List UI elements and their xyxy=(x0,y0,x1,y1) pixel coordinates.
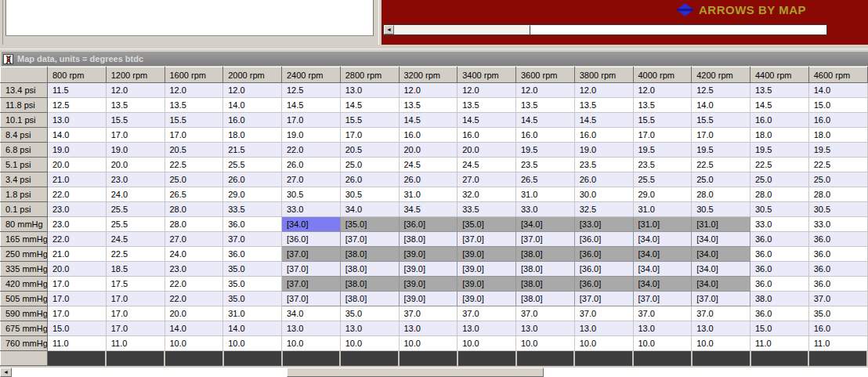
cell[interactable]: 14.0 xyxy=(223,321,282,336)
cell[interactable]: 10.0 xyxy=(633,336,692,351)
cell[interactable]: 25.5 xyxy=(223,158,282,172)
cell[interactable]: [36.0] xyxy=(282,232,341,247)
cell[interactable]: 13.0 xyxy=(48,113,107,128)
cell[interactable]: [34.0] xyxy=(633,262,692,277)
cell[interactable]: 35.0 xyxy=(340,306,399,321)
cell[interactable]: [39.0] xyxy=(458,292,516,306)
cell[interactable]: [38.0] xyxy=(516,247,575,262)
scrollbar-thumb[interactable] xyxy=(394,25,530,34)
cell[interactable]: 28.0 xyxy=(750,187,809,202)
cell[interactable]: 17.0 xyxy=(48,277,107,292)
top-horizontal-scrollbar[interactable]: ◄ xyxy=(383,24,827,35)
cell[interactable]: 31.0 xyxy=(516,187,575,202)
cell[interactable]: 14.5 xyxy=(516,113,575,128)
cell[interactable]: 13.0 xyxy=(399,321,458,336)
cell[interactable]: [38.0] xyxy=(340,247,399,262)
cell[interactable]: 22.0 xyxy=(165,292,223,306)
cell[interactable]: [39.0] xyxy=(399,262,458,277)
cell[interactable]: 17.5 xyxy=(106,277,165,292)
cell[interactable]: [37.0] xyxy=(282,247,341,262)
cell[interactable]: 18.0 xyxy=(808,128,867,143)
cell[interactable]: 10.0 xyxy=(165,336,223,351)
cell[interactable]: 13.0 xyxy=(458,321,516,336)
cell[interactable]: 19.5 xyxy=(692,143,750,158)
cell[interactable]: [36.0] xyxy=(574,232,633,247)
cell[interactable]: 16.0 xyxy=(574,128,633,143)
selected-cell[interactable]: [34.0] xyxy=(282,217,341,232)
cell[interactable]: 20.0 xyxy=(48,262,107,277)
cell[interactable]: 37.0 xyxy=(458,306,516,321)
cell[interactable]: 25.0 xyxy=(750,172,809,187)
cell[interactable]: [34.0] xyxy=(692,247,750,262)
cell[interactable]: 15.5 xyxy=(106,113,165,128)
cell[interactable]: 36.0 xyxy=(750,277,809,292)
cell[interactable]: 27.0 xyxy=(165,232,223,247)
cell[interactable]: [39.0] xyxy=(399,277,458,292)
cell[interactable]: 15.0 xyxy=(808,98,867,113)
cell[interactable]: 26.0 xyxy=(223,172,282,187)
cell[interactable]: 13.5 xyxy=(106,98,165,113)
cell[interactable]: 14.5 xyxy=(399,113,458,128)
cell[interactable]: 16.0 xyxy=(808,113,867,128)
cell[interactable]: 37.0 xyxy=(808,292,867,306)
cell[interactable]: 36.0 xyxy=(808,262,867,277)
cell[interactable]: 12.0 xyxy=(106,83,165,98)
cell[interactable]: 30.5 xyxy=(282,187,341,202)
cell[interactable]: 37.0 xyxy=(692,306,750,321)
cell[interactable]: 37.0 xyxy=(223,232,282,247)
cell[interactable]: 10.0 xyxy=(692,336,750,351)
cell[interactable]: 11.0 xyxy=(750,336,809,351)
cell[interactable]: 19.5 xyxy=(808,143,867,158)
cell[interactable]: 17.0 xyxy=(692,128,750,143)
cell[interactable]: 24.5 xyxy=(399,158,458,172)
cell[interactable]: 20.0 xyxy=(458,143,516,158)
cell[interactable]: [36.0] xyxy=(574,247,633,262)
cell[interactable]: 26.5 xyxy=(165,187,223,202)
cell[interactable]: 35.0 xyxy=(223,262,282,277)
cell[interactable]: 26.0 xyxy=(574,172,633,187)
cell[interactable]: 14.5 xyxy=(750,98,809,113)
cell[interactable]: 17.0 xyxy=(106,321,165,336)
cell[interactable]: 24.5 xyxy=(106,232,165,247)
cell[interactable]: 10.0 xyxy=(516,336,575,351)
cell[interactable]: [34.0] xyxy=(633,232,692,247)
cell[interactable]: 11.0 xyxy=(106,336,165,351)
cell[interactable]: 15.5 xyxy=(692,113,750,128)
cell[interactable]: 31.0 xyxy=(223,306,282,321)
cell[interactable]: [36.0] xyxy=(574,277,633,292)
cell[interactable]: 37.0 xyxy=(633,306,692,321)
cell[interactable]: [34.0] xyxy=(692,277,750,292)
cell[interactable]: 18.5 xyxy=(106,262,165,277)
cell[interactable]: 19.5 xyxy=(633,143,692,158)
cell[interactable]: 16.0 xyxy=(516,128,575,143)
cell[interactable]: 35.0 xyxy=(223,277,282,292)
cell[interactable]: 19.0 xyxy=(48,143,107,158)
cell[interactable]: 13.5 xyxy=(574,98,633,113)
cell[interactable]: 37.0 xyxy=(399,306,458,321)
cell[interactable]: 24.0 xyxy=(165,247,223,262)
cell[interactable]: 16.0 xyxy=(223,113,282,128)
cell[interactable]: 22.5 xyxy=(106,247,165,262)
cell[interactable]: [34.0] xyxy=(633,247,692,262)
cell[interactable]: 13.5 xyxy=(458,98,516,113)
cell[interactable]: 12.5 xyxy=(48,98,107,113)
cell[interactable]: [35.0] xyxy=(340,217,399,232)
cell[interactable]: 31.0 xyxy=(633,202,692,217)
cell[interactable]: 17.0 xyxy=(48,292,107,306)
cell[interactable]: 12.0 xyxy=(458,83,516,98)
cell[interactable]: 12.0 xyxy=(165,83,223,98)
cell[interactable]: 15.0 xyxy=(750,321,809,336)
cell[interactable]: 19.0 xyxy=(282,128,341,143)
cell[interactable]: [33.0] xyxy=(574,217,633,232)
cell[interactable]: 10.0 xyxy=(282,336,341,351)
cell[interactable]: 12.0 xyxy=(574,83,633,98)
cell[interactable]: [39.0] xyxy=(458,277,516,292)
cell[interactable]: 23.5 xyxy=(574,158,633,172)
cell[interactable]: 21.5 xyxy=(223,143,282,158)
cell[interactable]: 33.0 xyxy=(282,202,341,217)
cell[interactable]: 14.0 xyxy=(808,83,867,98)
cell[interactable]: 27.0 xyxy=(282,172,341,187)
cell[interactable]: 36.0 xyxy=(750,232,809,247)
cell[interactable]: 17.0 xyxy=(106,128,165,143)
cell[interactable]: 15.5 xyxy=(165,113,223,128)
